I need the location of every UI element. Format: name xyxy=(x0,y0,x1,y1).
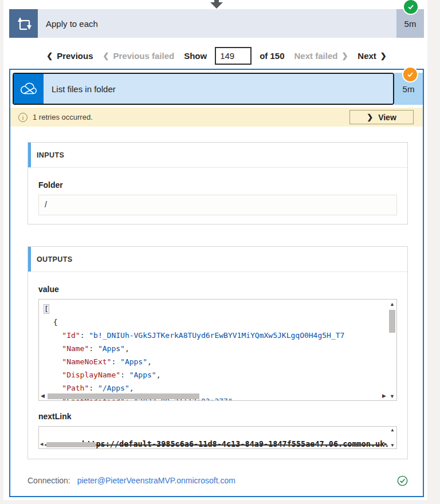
previous-failed-button[interactable]: ❮ Previous failed xyxy=(103,51,175,61)
folder-label: Folder xyxy=(38,180,397,190)
next-failed-label: Next failed xyxy=(294,51,338,61)
value-label: value xyxy=(38,285,397,294)
view-label: View xyxy=(378,113,396,122)
scroll-up-icon[interactable]: ▲ xyxy=(388,427,396,432)
chevron-right-icon: ❯ xyxy=(380,52,387,60)
outputs-panel: OUTPUTS value [ { "Id": "b!_DNIUh-VGkSJT… xyxy=(28,246,408,459)
inputs-panel: INPUTS Folder / xyxy=(28,142,408,225)
inputs-header: INPUTS xyxy=(28,143,407,168)
scroll-up-icon[interactable]: ▲ xyxy=(388,301,396,307)
next-label: Next xyxy=(358,51,376,61)
outputs-header: OUTPUTS xyxy=(28,247,407,272)
vertical-scrollbar[interactable]: ▲ ▼ xyxy=(388,300,396,400)
list-files-action-card: List files in folder 5m i 1 retries occu… xyxy=(9,69,424,497)
connection-account-link[interactable]: pieter@PieterVeenstraMVP.onmicrosoft.com xyxy=(77,476,235,485)
inputs-header-label: INPUTS xyxy=(37,151,64,159)
chevron-left-icon: ❮ xyxy=(46,52,53,60)
scroll-left-icon[interactable]: ◀ xyxy=(41,393,45,399)
scroll-down-icon[interactable]: ▼ xyxy=(388,393,396,399)
scrollbar-thumb[interactable] xyxy=(46,442,96,447)
scroll-left-icon[interactable]: ◀ xyxy=(40,441,43,447)
chevron-left-icon: ❮ xyxy=(103,52,109,60)
connection-valid-icon xyxy=(397,475,408,486)
outputs-header-label: OUTPUTS xyxy=(37,255,73,263)
previous-button[interactable]: ❮ Previous xyxy=(46,51,93,61)
success-check-badge-icon xyxy=(404,0,418,14)
of-total-label: of 150 xyxy=(260,51,284,61)
scroll-down-icon[interactable]: ▼ xyxy=(388,443,396,448)
nextlink-label: nextLink xyxy=(38,412,397,421)
retry-banner: i 1 retries occurred. ❯ View xyxy=(10,108,423,127)
scrollbar-thumb[interactable] xyxy=(48,393,199,399)
scroll-right-icon[interactable]: ▶ xyxy=(382,393,386,399)
vertical-scrollbar[interactable]: ▲ ▼ xyxy=(388,427,396,448)
iteration-pagination: ❮ Previous ❮ Previous failed Show of 150… xyxy=(9,46,424,65)
connection-label: Connection: xyxy=(28,476,70,485)
scrollbar-thumb[interactable] xyxy=(389,310,395,333)
onedrive-cloud-icon xyxy=(14,74,44,104)
horizontal-scrollbar[interactable]: ◀ ▶ xyxy=(39,392,388,400)
connector-arrow-icon xyxy=(210,0,223,9)
action-header[interactable]: List files in folder xyxy=(13,73,394,105)
page-bottom-margin xyxy=(0,500,440,504)
json-code: [ { "Id": "b!_DNIUh-VGkSJTKerkA8TUyd6rEw… xyxy=(39,300,396,401)
apply-to-each-title: Apply to each xyxy=(38,9,396,38)
apply-to-each-header[interactable]: Apply to each 5m xyxy=(9,9,424,38)
view-retries-button[interactable]: ❯ View xyxy=(349,110,414,124)
next-failed-button[interactable]: Next failed ❯ xyxy=(294,51,348,61)
chevron-right-icon: ❯ xyxy=(367,113,373,121)
info-icon: i xyxy=(18,113,28,122)
page-right-margin xyxy=(427,0,440,504)
horizontal-scrollbar[interactable]: ◀ ▶ xyxy=(39,441,388,448)
show-label: Show xyxy=(184,51,207,61)
previous-label: Previous xyxy=(57,51,93,61)
connection-row: Connection: pieter@PieterVeenstraMVP.onm… xyxy=(28,472,408,489)
scroll-right-icon[interactable]: ▶ xyxy=(384,441,387,447)
iteration-number-input[interactable] xyxy=(215,47,252,65)
next-button[interactable]: Next ❯ xyxy=(358,51,386,61)
page-left-margin xyxy=(0,0,3,504)
warning-check-badge-icon xyxy=(403,68,417,81)
chevron-right-icon: ❯ xyxy=(341,52,348,60)
folder-value-field[interactable]: / xyxy=(38,195,397,215)
apply-to-each-loop-icon xyxy=(9,9,38,38)
previous-failed-label: Previous failed xyxy=(113,51,174,61)
nextlink-viewer[interactable]: https://default-3985c6a6-11d8-4c13-84a9-… xyxy=(38,426,397,449)
retry-message: 1 retries occurred. xyxy=(33,113,93,121)
action-title: List files in folder xyxy=(44,74,393,104)
value-json-viewer[interactable]: [ { "Id": "b!_DNIUh-VGkSJTKerkA8TUyd6rEw… xyxy=(38,299,397,401)
